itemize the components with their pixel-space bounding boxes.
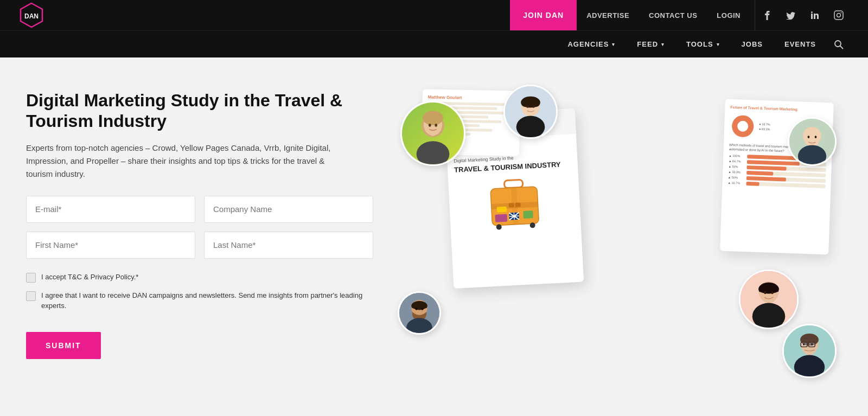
- twitter-icon[interactable]: [779, 0, 803, 30]
- chevron-down-icon: ▾: [717, 42, 720, 47]
- facebook-icon[interactable]: [755, 0, 779, 30]
- svg-point-29: [764, 291, 766, 294]
- illustration: DAN DIGITAL AGENCY NETWORK Digital Marke…: [395, 79, 842, 394]
- login-link[interactable]: LOGIN: [707, 0, 750, 30]
- svg-point-35: [815, 136, 817, 138]
- search-icon[interactable]: [827, 31, 851, 58]
- avatar-2: [503, 85, 558, 139]
- svg-point-12: [429, 124, 431, 127]
- svg-rect-47: [504, 180, 523, 188]
- company-name-field[interactable]: [204, 196, 373, 223]
- toc-label: I accept T&C & Privacy Policy.*: [41, 272, 138, 283]
- instagram-icon[interactable]: [827, 0, 851, 30]
- secondary-nav: AGENCIES ▾ FEED ▾ TOOLS ▾ JOBS EVENTS: [0, 30, 868, 57]
- toc-checkbox[interactable]: [26, 273, 36, 283]
- suitcase-illustration: [483, 174, 546, 232]
- right-panel: DAN DIGITAL AGENCY NETWORK Digital Marke…: [395, 79, 842, 394]
- svg-point-34: [808, 136, 810, 138]
- nav-feed[interactable]: FEED ▾: [626, 31, 675, 58]
- svg-point-13: [435, 124, 437, 127]
- svg-rect-57: [497, 206, 507, 212]
- svg-text:DAN: DAN: [24, 12, 39, 20]
- checkboxes: I accept T&C & Privacy Policy.* I agree …: [26, 272, 373, 319]
- svg-rect-3: [834, 11, 843, 20]
- svg-point-4: [837, 14, 841, 17]
- main-content: Digital Marketing Study in the Travel & …: [0, 57, 868, 416]
- svg-rect-52: [508, 203, 514, 208]
- checkbox-row-1: I accept T&C & Privacy Policy.*: [26, 272, 373, 283]
- svg-point-30: [771, 291, 774, 294]
- last-name-field[interactable]: [204, 232, 373, 259]
- submit-button[interactable]: SUBMIT: [26, 332, 101, 359]
- svg-point-11: [423, 111, 443, 125]
- social-icons: [755, 0, 851, 30]
- svg-point-23: [416, 308, 418, 310]
- page-title: Digital Marketing Study in the Travel & …: [26, 90, 373, 132]
- svg-point-9: [417, 141, 450, 164]
- avatar-5: [788, 117, 837, 166]
- svg-rect-63: [523, 210, 533, 219]
- svg-point-43: [803, 343, 805, 345]
- form-row-1: [26, 196, 373, 223]
- nav-tools[interactable]: TOOLS ▾: [675, 31, 731, 58]
- page-description: Experts from top-notch agencies – Crowd,…: [26, 142, 341, 181]
- chart-title: Future of Travel & Tourism Marketing: [730, 105, 828, 113]
- checkbox-row-2: I agree that I want to receive DAN campa…: [26, 290, 373, 311]
- contact-us-link[interactable]: CONTACT US: [639, 0, 707, 30]
- svg-point-17: [526, 105, 528, 108]
- top-bar: DAN JOIN DAN ADVERTISE CONTACT US LOGIN: [0, 0, 868, 30]
- avatar-3: [398, 291, 441, 335]
- svg-point-44: [811, 343, 813, 345]
- nav-jobs[interactable]: JOBS: [731, 31, 774, 58]
- chevron-down-icon: ▾: [612, 42, 615, 47]
- svg-point-2: [811, 11, 813, 13]
- newsletter-checkbox[interactable]: [26, 291, 36, 301]
- svg-point-19: [516, 116, 545, 137]
- pie-chart: [729, 113, 756, 140]
- nav-agencies[interactable]: AGENCIES ▾: [557, 31, 626, 58]
- nav-events[interactable]: EVENTS: [774, 31, 827, 58]
- svg-rect-1: [811, 14, 813, 19]
- newsletter-label: I agree that I want to receive DAN campa…: [41, 290, 373, 311]
- advertise-link[interactable]: ADVERTISE: [577, 0, 639, 30]
- logo[interactable]: DAN: [17, 1, 46, 29]
- join-dan-button[interactable]: JOIN DAN: [510, 0, 577, 30]
- svg-rect-53: [515, 202, 520, 207]
- avatar-4: [739, 270, 799, 329]
- top-right-nav: JOIN DAN ADVERTISE CONTACT US LOGIN: [510, 0, 851, 30]
- svg-line-7: [840, 46, 843, 48]
- svg-point-24: [422, 308, 424, 310]
- form-row-2: [26, 232, 373, 259]
- svg-point-18: [533, 105, 535, 108]
- email-field[interactable]: [26, 196, 195, 223]
- avatar-1: [400, 101, 465, 166]
- linkedin-icon[interactable]: [803, 0, 827, 30]
- svg-rect-56: [495, 214, 507, 222]
- svg-point-5: [841, 12, 842, 14]
- svg-line-62: [509, 216, 519, 216]
- expert-name: Matthew Goulart: [428, 95, 515, 101]
- chevron-down-icon: ▾: [661, 42, 665, 47]
- avatar-6: [782, 324, 837, 378]
- first-name-field[interactable]: [26, 232, 195, 259]
- left-panel: Digital Marketing Study in the Travel & …: [26, 79, 373, 394]
